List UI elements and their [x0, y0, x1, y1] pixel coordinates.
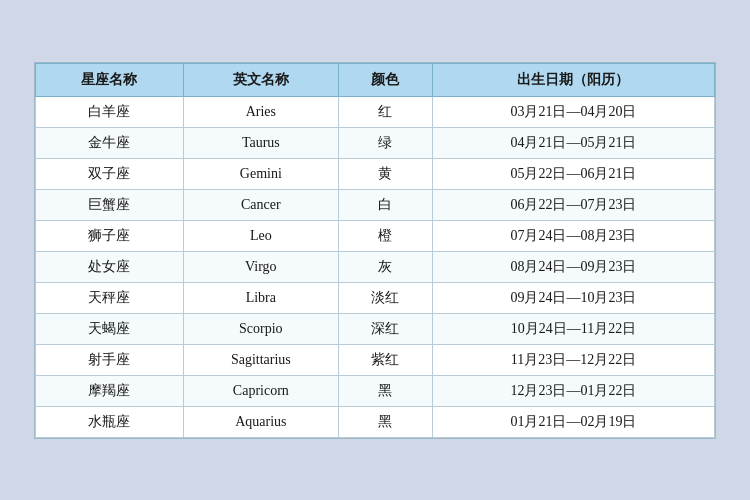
table-cell-10-3: 01月21日—02月19日: [432, 406, 714, 437]
table-cell-2-1: Gemini: [183, 158, 338, 189]
table-cell-4-2: 橙: [338, 220, 432, 251]
zodiac-table: 星座名称英文名称颜色出生日期（阳历） 白羊座Aries红03月21日—04月20…: [35, 63, 715, 438]
table-row: 摩羯座Capricorn黑12月23日—01月22日: [36, 375, 715, 406]
table-row: 白羊座Aries红03月21日—04月20日: [36, 96, 715, 127]
table-cell-3-1: Cancer: [183, 189, 338, 220]
table-cell-3-2: 白: [338, 189, 432, 220]
table-cell-1-2: 绿: [338, 127, 432, 158]
table-header-row: 星座名称英文名称颜色出生日期（阳历）: [36, 63, 715, 96]
table-cell-7-2: 深红: [338, 313, 432, 344]
table-cell-5-3: 08月24日—09月23日: [432, 251, 714, 282]
table-cell-6-2: 淡红: [338, 282, 432, 313]
table-cell-1-3: 04月21日—05月21日: [432, 127, 714, 158]
table-cell-4-0: 狮子座: [36, 220, 184, 251]
table-cell-9-1: Capricorn: [183, 375, 338, 406]
table-cell-6-3: 09月24日—10月23日: [432, 282, 714, 313]
table-cell-1-0: 金牛座: [36, 127, 184, 158]
table-cell-10-2: 黑: [338, 406, 432, 437]
table-cell-3-3: 06月22日—07月23日: [432, 189, 714, 220]
table-row: 双子座Gemini黄05月22日—06月21日: [36, 158, 715, 189]
table-cell-5-1: Virgo: [183, 251, 338, 282]
table-cell-7-0: 天蝎座: [36, 313, 184, 344]
table-row: 金牛座Taurus绿04月21日—05月21日: [36, 127, 715, 158]
table-header-col-2: 颜色: [338, 63, 432, 96]
table-row: 射手座Sagittarius紫红11月23日—12月22日: [36, 344, 715, 375]
table-row: 水瓶座Aquarius黑01月21日—02月19日: [36, 406, 715, 437]
table-cell-2-3: 05月22日—06月21日: [432, 158, 714, 189]
table-cell-7-1: Scorpio: [183, 313, 338, 344]
zodiac-table-wrapper: 星座名称英文名称颜色出生日期（阳历） 白羊座Aries红03月21日—04月20…: [34, 62, 716, 439]
table-cell-10-1: Aquarius: [183, 406, 338, 437]
table-cell-0-2: 红: [338, 96, 432, 127]
table-cell-9-0: 摩羯座: [36, 375, 184, 406]
table-cell-2-2: 黄: [338, 158, 432, 189]
table-row: 天秤座Libra淡红09月24日—10月23日: [36, 282, 715, 313]
table-cell-9-2: 黑: [338, 375, 432, 406]
table-row: 巨蟹座Cancer白06月22日—07月23日: [36, 189, 715, 220]
table-cell-1-1: Taurus: [183, 127, 338, 158]
table-row: 天蝎座Scorpio深红10月24日—11月22日: [36, 313, 715, 344]
table-cell-8-0: 射手座: [36, 344, 184, 375]
table-cell-8-3: 11月23日—12月22日: [432, 344, 714, 375]
table-cell-6-0: 天秤座: [36, 282, 184, 313]
table-cell-7-3: 10月24日—11月22日: [432, 313, 714, 344]
table-header-col-0: 星座名称: [36, 63, 184, 96]
table-cell-8-2: 紫红: [338, 344, 432, 375]
table-cell-2-0: 双子座: [36, 158, 184, 189]
table-cell-0-1: Aries: [183, 96, 338, 127]
table-header-col-3: 出生日期（阳历）: [432, 63, 714, 96]
table-header-col-1: 英文名称: [183, 63, 338, 96]
table-body: 白羊座Aries红03月21日—04月20日金牛座Taurus绿04月21日—0…: [36, 96, 715, 437]
table-cell-8-1: Sagittarius: [183, 344, 338, 375]
table-cell-3-0: 巨蟹座: [36, 189, 184, 220]
table-cell-9-3: 12月23日—01月22日: [432, 375, 714, 406]
table-cell-5-2: 灰: [338, 251, 432, 282]
table-cell-10-0: 水瓶座: [36, 406, 184, 437]
table-cell-0-0: 白羊座: [36, 96, 184, 127]
table-row: 处女座Virgo灰08月24日—09月23日: [36, 251, 715, 282]
table-cell-5-0: 处女座: [36, 251, 184, 282]
table-cell-4-1: Leo: [183, 220, 338, 251]
table-row: 狮子座Leo橙07月24日—08月23日: [36, 220, 715, 251]
table-cell-4-3: 07月24日—08月23日: [432, 220, 714, 251]
table-cell-6-1: Libra: [183, 282, 338, 313]
table-cell-0-3: 03月21日—04月20日: [432, 96, 714, 127]
